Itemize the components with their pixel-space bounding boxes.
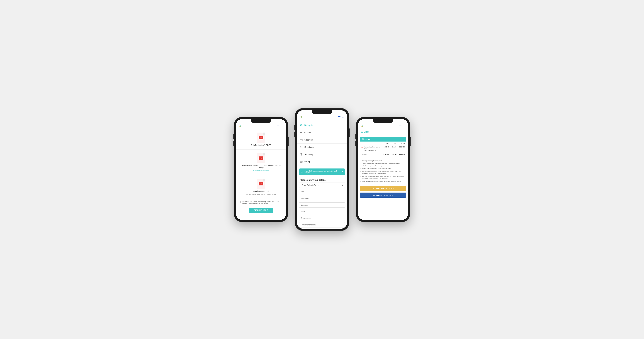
svg-rect-7 xyxy=(300,133,302,134)
nav-arrow-summary: › xyxy=(344,153,344,156)
notes-section: Online processing fees may apply. Please… xyxy=(358,158,408,185)
pdf-label-3: PDF xyxy=(258,182,263,186)
pdf-label-2: PDF xyxy=(258,156,263,160)
item-name-cell: ✕ Masterclass Conference 2023 Craig John… xyxy=(360,145,382,152)
dots-menu-2[interactable] xyxy=(342,117,344,118)
logo-1: C P xyxy=(238,124,245,128)
nav-list: Delegate › Options xyxy=(297,120,347,167)
hamburger-icon-1[interactable] xyxy=(277,125,280,127)
alert-icon: ⚠ xyxy=(301,170,303,173)
document-2: PDF Charity Retail Association Cancellat… xyxy=(236,150,286,175)
billing-nav-header: Billing › xyxy=(358,129,408,135)
nav-label-summary: Summary xyxy=(304,153,313,156)
title-input[interactable] xyxy=(299,189,345,194)
sessions-icon xyxy=(300,138,303,141)
doc-desc-3: This is a detailed description of the do… xyxy=(246,194,276,195)
doc-title-3: Another document xyxy=(253,190,268,192)
delegate-icon xyxy=(300,124,303,127)
top-icons-3 xyxy=(399,125,406,127)
nav-item-questions[interactable]: ? Questions › xyxy=(297,144,347,151)
phone-input[interactable] xyxy=(299,222,345,228)
svg-rect-20 xyxy=(361,131,363,132)
terms-checkbox-row[interactable]: I have read and accept the Booking, Refu… xyxy=(236,199,286,206)
billing-nav-title[interactable]: Billing xyxy=(361,131,370,133)
firstname-field[interactable] xyxy=(299,196,345,201)
retype-email-input[interactable] xyxy=(299,216,345,221)
item-total: £120.00 xyxy=(398,145,406,152)
item-name: Masterclass Conference 2023 Craig Johnso… xyxy=(364,146,381,151)
title-field[interactable] xyxy=(299,189,345,194)
nav-arrow-delegate: › xyxy=(344,124,344,126)
delegate-type-select[interactable]: - Select Delegate Type - xyxy=(299,182,345,188)
totals-total: £120.00 xyxy=(398,152,406,156)
action-buttons: ADD ANOTHER DELEGATE PROCEED TO BILLING xyxy=(358,185,408,200)
phone-2: C P xyxy=(295,108,349,231)
nav-label-sessions: Sessions xyxy=(304,139,313,141)
doc-title-1: Data Protection & GDPR xyxy=(251,144,271,146)
pdf-icon-3: PDF xyxy=(257,179,265,189)
nav-item-sessions[interactable]: Sessions › xyxy=(297,136,347,144)
svg-rect-5 xyxy=(300,132,302,132)
alert-close-button[interactable]: ✕ xyxy=(341,171,343,173)
alert-banner: ⚠ For multiple signups, please begin wit… xyxy=(299,168,345,175)
pdf-label-1: PDF xyxy=(258,136,263,139)
svg-text:P: P xyxy=(362,124,364,128)
delegate-type-field[interactable]: - Select Delegate Type - ▼ xyxy=(299,182,345,188)
remove-item-icon[interactable]: ✕ xyxy=(361,146,363,148)
nav-arrow-questions: › xyxy=(344,146,344,148)
retype-email-field[interactable] xyxy=(299,216,345,221)
firstname-input[interactable] xyxy=(299,196,345,201)
totals-label: Totals : xyxy=(360,152,382,156)
add-delegate-button[interactable]: ADD ANOTHER DELEGATE xyxy=(360,186,406,191)
notch-3 xyxy=(373,119,393,123)
svg-text:P: P xyxy=(301,116,303,119)
phone3-content: Billing › Checkout Nett VAT Total xyxy=(358,129,408,220)
doc-subtitle-2: Hello 1234, Hello 1234 xyxy=(253,170,268,172)
email-field[interactable] xyxy=(299,209,345,214)
document-1: PDF Data Protection & GDPR xyxy=(236,129,286,150)
surname-field[interactable] xyxy=(299,202,345,208)
terms-label: I have read and accept the Booking, Refu… xyxy=(242,201,283,204)
nav-item-options[interactable]: Options › xyxy=(297,129,347,136)
logo-3: C P xyxy=(361,124,367,128)
dots-menu-3[interactable] xyxy=(403,126,406,126)
svg-text:P: P xyxy=(240,124,242,128)
note-6: If any changes are required, please cont… xyxy=(362,180,406,183)
col-header-total: Total xyxy=(398,142,406,145)
phone-3: C P Billi xyxy=(356,117,410,222)
questions-icon: ? xyxy=(300,146,303,149)
nav-item-delegate[interactable]: Delegate › xyxy=(297,122,347,129)
nav-item-summary[interactable]: Summary › xyxy=(297,151,347,158)
totals-nett: £100.00 xyxy=(382,152,390,156)
billing-nav-label: Billing xyxy=(364,131,370,133)
notch-2 xyxy=(312,110,332,114)
checkout-table: Nett VAT Total ✕ Masterclass Confer xyxy=(360,142,406,156)
pdf-icon-1: PDF xyxy=(257,132,265,143)
billing-icon xyxy=(300,160,303,163)
col-header-nett: Nett xyxy=(382,142,390,145)
svg-rect-16 xyxy=(300,161,302,162)
phone2-content: Delegate › Options xyxy=(297,120,347,229)
hamburger-icon-2[interactable] xyxy=(338,116,340,118)
dots-menu-1[interactable] xyxy=(281,126,283,126)
form-title: Please enter your details xyxy=(297,177,347,182)
notch-1 xyxy=(251,119,271,123)
svg-rect-8 xyxy=(300,139,302,141)
item-vat: £20.00 xyxy=(390,145,398,152)
surname-input[interactable] xyxy=(299,202,345,208)
svg-point-4 xyxy=(301,124,302,125)
checkout-header: Checkout xyxy=(360,137,406,142)
signup-button[interactable]: SIGN UP HERE xyxy=(249,208,273,213)
hamburger-icon-3[interactable] xyxy=(399,125,402,127)
checkout-box: Checkout Nett VAT Total xyxy=(360,137,406,156)
col-header-item xyxy=(360,142,382,145)
terms-checkbox[interactable] xyxy=(238,201,241,203)
nav-label-billing: Billing xyxy=(304,160,310,163)
svg-text:?: ? xyxy=(301,146,302,148)
svg-rect-6 xyxy=(300,132,302,133)
nav-item-billing[interactable]: Billing › xyxy=(297,158,347,166)
email-input[interactable] xyxy=(299,209,345,214)
totals-vat: £20.00 xyxy=(390,152,398,156)
phone-field[interactable] xyxy=(299,222,345,228)
proceed-billing-button[interactable]: PROCEED TO BILLING xyxy=(360,192,406,198)
